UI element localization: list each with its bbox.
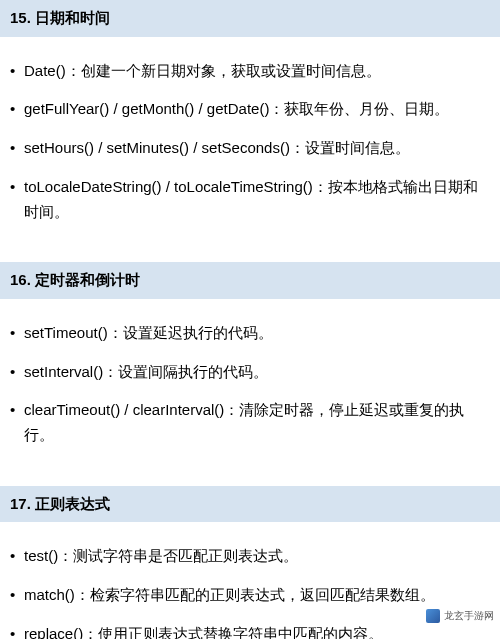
list-item: setHours() / setMinutes() / setSeconds()… xyxy=(10,136,490,161)
list-item: test()：测试字符串是否匹配正则表达式。 xyxy=(10,544,490,569)
section-items-15: Date()：创建一个新日期对象，获取或设置时间信息。 getFullYear(… xyxy=(0,37,500,243)
section-header-16: 16. 定时器和倒计时 xyxy=(0,262,500,299)
watermark-text: 龙玄手游网 xyxy=(444,608,494,623)
watermark: 龙玄手游网 xyxy=(426,608,494,623)
section-header-17: 17. 正则表达式 xyxy=(0,486,500,523)
list-item: replace()：使用正则表达式替换字符串中匹配的内容。 xyxy=(10,622,490,639)
section-items-17: test()：测试字符串是否匹配正则表达式。 match()：检索字符串匹配的正… xyxy=(0,522,500,639)
watermark-icon xyxy=(426,609,440,623)
list-item: clearTimeout() / clearInterval()：清除定时器，停… xyxy=(10,398,490,448)
section-header-15: 15. 日期和时间 xyxy=(0,0,500,37)
list-item: match()：检索字符串匹配的正则表达式，返回匹配结果数组。 xyxy=(10,583,490,608)
list-item: setTimeout()：设置延迟执行的代码。 xyxy=(10,321,490,346)
list-item: setInterval()：设置间隔执行的代码。 xyxy=(10,360,490,385)
list-item: Date()：创建一个新日期对象，获取或设置时间信息。 xyxy=(10,59,490,84)
section-items-16: setTimeout()：设置延迟执行的代码。 setInterval()：设置… xyxy=(0,299,500,466)
list-item: toLocaleDateString() / toLocaleTimeStrin… xyxy=(10,175,490,225)
list-item: getFullYear() / getMonth() / getDate()：获… xyxy=(10,97,490,122)
